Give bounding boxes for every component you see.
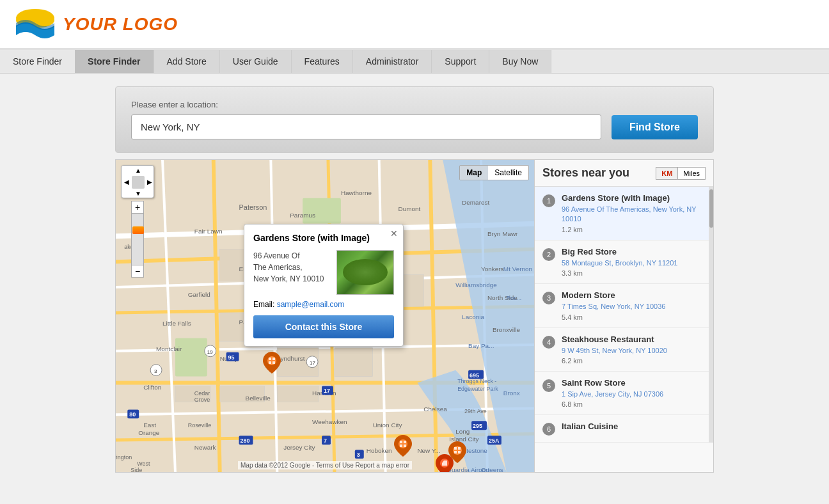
- svg-text:Bronx: Bronx: [503, 390, 520, 397]
- svg-text:Montclair: Montclair: [156, 345, 182, 352]
- nav-down-button[interactable]: ▼: [132, 189, 145, 199]
- store-name: Steakhouse Restaurant: [562, 335, 701, 344]
- store-number: 5: [542, 379, 555, 392]
- unit-km-button[interactable]: KM: [656, 167, 677, 180]
- info-email-link[interactable]: sample@email.com: [277, 300, 345, 309]
- garden-image: [337, 251, 393, 294]
- marker-4[interactable]: [448, 441, 466, 463]
- store-info: Saint Row Store 1 Sip Ave, Jersey City, …: [562, 378, 701, 408]
- svg-text:Fair Lawn: Fair Lawn: [194, 228, 223, 235]
- svg-text:19: 19: [207, 349, 213, 355]
- info-window: ✕ Gardens Store (with Image) 96 Avenue O…: [244, 224, 404, 347]
- svg-text:Jersey City: Jersey City: [283, 444, 315, 451]
- nav-left-button[interactable]: ◀: [122, 176, 132, 189]
- store-distance: 6.2 km: [562, 357, 701, 365]
- nav-right-button[interactable]: ▶: [145, 176, 155, 189]
- svg-text:Union City: Union City: [373, 421, 402, 429]
- store-address: 1 Sip Ave, Jersey City, NJ 07306: [562, 390, 701, 399]
- marker-2[interactable]: [263, 352, 281, 374]
- tab-support[interactable]: Support: [432, 50, 489, 73]
- svg-text:Little Falls: Little Falls: [162, 320, 191, 327]
- header: YOUR LOGO: [0, 0, 829, 50]
- store-name: Big Red Store: [562, 247, 701, 256]
- tab-user-guide[interactable]: User Guide: [220, 50, 292, 73]
- store-item[interactable]: 3 Modern Store 7 Times Sq, New York, NY …: [535, 284, 709, 327]
- map-nav: ▲ ◀ ▶ ▼: [121, 165, 154, 198]
- store-distance: 1.2 km: [562, 226, 701, 233]
- store-item[interactable]: 1 Gardens Store (with Image) 96 Avenue O…: [535, 187, 709, 240]
- svg-text:25A: 25A: [489, 437, 500, 444]
- svg-text:Bay Pa...: Bay Pa...: [468, 342, 494, 349]
- find-store-button[interactable]: Find Store: [612, 115, 698, 139]
- tab-store-finder[interactable]: Store Finder: [75, 50, 154, 73]
- store-item[interactable]: 5 Saint Row Store 1 Sip Ave, Jersey City…: [535, 372, 709, 415]
- info-content: 96 Avenue Of The Americas, New York, NY …: [253, 250, 394, 295]
- svg-text:Grove: Grove: [194, 397, 210, 403]
- zoom-handle[interactable]: [132, 226, 144, 234]
- map-type-satellite[interactable]: Satellite: [488, 166, 528, 180]
- map-controls: ▲ ◀ ▶ ▼ + −: [121, 165, 154, 278]
- marker-3[interactable]: [394, 435, 412, 457]
- zoom-track: [131, 214, 144, 265]
- info-close-button[interactable]: ✕: [390, 228, 398, 239]
- store-name: Saint Row Store: [562, 378, 701, 388]
- svg-text:17: 17: [324, 388, 330, 395]
- stores-header: Stores near you KM Miles: [535, 160, 713, 187]
- zoom-out-button[interactable]: −: [131, 265, 144, 278]
- nav-center: [132, 176, 145, 189]
- tab-features[interactable]: Features: [292, 50, 353, 73]
- zoom-in-button[interactable]: +: [131, 201, 144, 214]
- info-address: 96 Avenue Of The Americas, New York, NY …: [253, 250, 330, 295]
- svg-text:Bronxville: Bronxville: [493, 326, 521, 333]
- stores-list: 1 Gardens Store (with Image) 96 Avenue O…: [535, 187, 709, 443]
- store-item[interactable]: 6 Italian Cuisine: [535, 415, 709, 443]
- svg-text:Paramus: Paramus: [290, 212, 315, 219]
- map-type-map[interactable]: Map: [460, 166, 488, 180]
- svg-text:Williamsbridge: Williamsbridge: [455, 281, 497, 288]
- unit-buttons: KM Miles: [656, 167, 706, 180]
- svg-text:Laconia: Laconia: [462, 313, 484, 320]
- svg-text:Paterson: Paterson: [239, 203, 267, 211]
- location-input[interactable]: [131, 114, 601, 139]
- nav-label: Store Finder: [0, 50, 75, 73]
- info-store-name: Gardens Store (with Image): [253, 232, 394, 245]
- store-number: 6: [542, 423, 555, 436]
- svg-text:Garfield: Garfield: [188, 291, 210, 298]
- svg-rect-30: [335, 348, 373, 377]
- svg-text:Throggs Neck -: Throggs Neck -: [457, 378, 496, 384]
- stores-list-container: 1 Gardens Store (with Image) 96 Avenue O…: [535, 187, 713, 443]
- stores-panel: Stores near you KM Miles 1 Gardens Store…: [535, 159, 714, 473]
- stores-title: Stores near you: [542, 166, 629, 180]
- scrollbar-thumb[interactable]: [709, 189, 713, 228]
- main: Please enter a location: Find Store: [0, 74, 829, 485]
- svg-text:7: 7: [324, 437, 327, 444]
- store-item[interactable]: 4 Steakhouse Restaurant 9 W 49th St, New…: [535, 328, 709, 372]
- svg-text:295: 295: [473, 423, 482, 429]
- svg-text:Demarest: Demarest: [462, 199, 489, 206]
- store-address: 7 Times Sq, New York, NY 10036: [562, 302, 701, 311]
- svg-text:Orange: Orange: [138, 429, 160, 436]
- store-address: 96 Avenue Of The Americas, New York, NY …: [562, 205, 701, 224]
- svg-text:Edgewater Park: Edgewater Park: [457, 386, 498, 392]
- content-area: Paterson Hawthorne ake Fair Lawn Paramus…: [115, 159, 714, 473]
- svg-text:Roc...: Roc...: [507, 295, 521, 301]
- store-address: 9 W 49th St, New York, NY 10020: [562, 346, 701, 356]
- tab-add-store[interactable]: Add Store: [154, 50, 220, 73]
- tab-buy-now[interactable]: Buy Now: [489, 50, 551, 73]
- store-name: Italian Cuisine: [562, 421, 701, 431]
- svg-text:Yonkers: Yonkers: [481, 265, 504, 272]
- tab-administrator[interactable]: Administrator: [353, 50, 432, 73]
- store-item[interactable]: 2 Big Red Store 58 Montague St, Brooklyn…: [535, 240, 709, 284]
- nav-up-button[interactable]: ▲: [132, 166, 145, 176]
- store-address: 58 Montague St, Brooklyn, NY 11201: [562, 258, 701, 268]
- zoom-controls: + −: [121, 201, 154, 278]
- unit-miles-button[interactable]: Miles: [677, 167, 706, 180]
- store-info: Steakhouse Restaurant 9 W 49th St, New Y…: [562, 335, 701, 365]
- svg-text:Side: Side: [130, 467, 142, 472]
- svg-text:Dumont: Dumont: [399, 205, 421, 212]
- map-attribution: Map data ©2012 Google - Terms of Use Rep…: [238, 461, 412, 469]
- svg-text:280: 280: [241, 437, 250, 444]
- contact-store-button[interactable]: Contact this Store: [253, 315, 394, 338]
- svg-text:Roseville: Roseville: [188, 422, 211, 429]
- info-store-image: [336, 250, 394, 295]
